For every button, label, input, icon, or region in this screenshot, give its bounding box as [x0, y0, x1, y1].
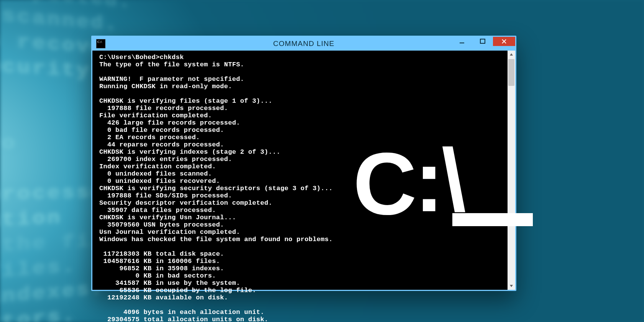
- svg-rect-1: [480, 39, 485, 43]
- overlay-colon: :: [414, 131, 442, 230]
- terminal-line: 96852 KB in 35908 indexes.: [99, 265, 506, 272]
- terminal-line: 341587 KB in use by the system.: [99, 279, 506, 287]
- terminal-line: CHKDSK is verifying files (stage 1 of 3)…: [99, 97, 506, 105]
- terminal-line: [99, 68, 506, 76]
- svg-rect-0: [460, 43, 464, 43]
- terminal-line: 29304575 total allocation units on disk.: [99, 316, 506, 322]
- terminal-line: 117218303 KB total disk space.: [99, 250, 506, 258]
- minimize-icon: [459, 39, 465, 44]
- terminal-line: 4096 bytes in each allocation unit.: [99, 309, 506, 316]
- terminal-line: [99, 301, 506, 309]
- c-prompt-overlay: C:\: [353, 146, 533, 222]
- close-button[interactable]: [493, 37, 515, 46]
- terminal-line: File verification completed.: [99, 112, 506, 119]
- titlebar[interactable]: COMMAND LINE: [92, 37, 515, 51]
- terminal-line: Usn Journal verification completed.: [99, 228, 506, 236]
- scrollbar-thumb[interactable]: [508, 59, 514, 86]
- terminal-line: Running CHKDSK in read-only mode.: [99, 83, 506, 90]
- terminal-line: 65536 KB occupied by the log file.: [99, 287, 506, 294]
- terminal-line: [99, 243, 506, 250]
- overlay-c: C: [353, 135, 414, 233]
- minimize-button[interactable]: [452, 37, 472, 46]
- terminal-line: WARNING! F parameter not specified.: [99, 76, 506, 83]
- terminal-line: 426 large file records processed.: [99, 119, 506, 127]
- terminal-line: 0 KB in bad sectors.: [99, 272, 506, 279]
- command-line-window: COMMAND LINE C:\Users\Bohed>chkdskThe ty…: [91, 36, 516, 291]
- close-icon: [501, 39, 507, 44]
- maximize-button[interactable]: [472, 37, 493, 46]
- terminal-line: [99, 90, 506, 97]
- terminal-line: 12192248 KB available on disk.: [99, 294, 506, 301]
- scroll-down-button[interactable]: [508, 282, 515, 290]
- stage: ying files (stage 1 of 3)... le records …: [0, 0, 644, 322]
- maximize-icon: [480, 39, 485, 44]
- scroll-up-button[interactable]: [508, 51, 515, 58]
- overlay-underscore: [452, 213, 533, 226]
- terminal-line: Windows has checked the file system and …: [99, 236, 506, 243]
- chevron-down-icon: [509, 284, 513, 288]
- chevron-up-icon: [509, 53, 513, 56]
- terminal-line: C:\Users\Bohed>chkdsk: [99, 54, 506, 61]
- terminal-line: 197888 file records processed.: [99, 105, 506, 112]
- caption-buttons: [452, 37, 515, 48]
- terminal-line: 104587616 KB in 160006 files.: [99, 258, 506, 265]
- terminal-line: The type of the file system is NTFS.: [99, 61, 506, 68]
- overlay-backslash: \: [442, 142, 464, 219]
